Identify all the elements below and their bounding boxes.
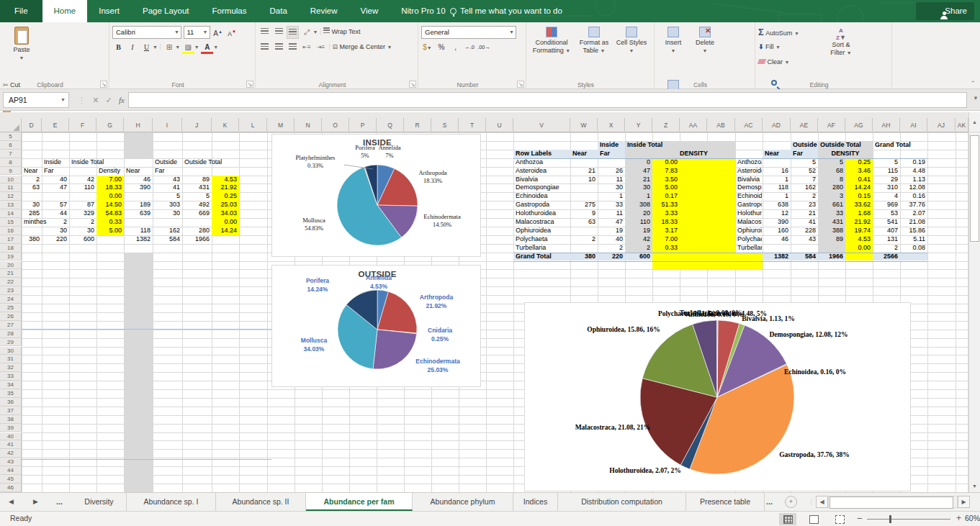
- select-all-corner[interactable]: [0, 118, 22, 132]
- ribbon-tab-formulas[interactable]: Formulas: [201, 0, 259, 22]
- cell[interactable]: 40: [598, 235, 623, 244]
- cell[interactable]: Holothuroidea: [516, 209, 570, 218]
- font-size-select[interactable]: 11▼: [184, 26, 210, 39]
- cell[interactable]: Ophiuroidea: [516, 227, 570, 235]
- cell[interactable]: 308: [625, 201, 650, 209]
- sheet-nav-ellipsis-right[interactable]: ...: [766, 493, 773, 511]
- cell[interactable]: 16: [763, 167, 788, 176]
- cell[interactable]: 407: [873, 227, 898, 235]
- column-header-U[interactable]: U: [486, 118, 513, 132]
- enter-icon[interactable]: ✓: [106, 96, 112, 104]
- row-header-5[interactable]: 5: [0, 132, 22, 141]
- column-header-P[interactable]: P: [349, 118, 377, 132]
- cell[interactable]: 5: [791, 158, 816, 167]
- row-header-7[interactable]: 7: [0, 150, 22, 158]
- scroll-up-button[interactable]: ▲: [969, 112, 980, 132]
- zoom-out-button[interactable]: −: [857, 513, 863, 524]
- cell[interactable]: 7.00: [652, 235, 678, 244]
- pie-chart-grand[interactable]: Anthozoa, 0.19, 0%Asteroidea, 4.48, 5%Bi…: [524, 302, 911, 491]
- cell[interactable]: 3.50: [652, 176, 678, 184]
- align-bottom-button[interactable]: [287, 26, 299, 39]
- ribbon-tab-insert[interactable]: Insert: [87, 0, 131, 22]
- column-header-AE[interactable]: AE: [791, 118, 818, 132]
- cell[interactable]: 4.48: [900, 167, 925, 176]
- underline-button[interactable]: U: [140, 41, 153, 54]
- row-header-39[interactable]: 39: [0, 424, 22, 432]
- cell[interactable]: 492: [182, 201, 210, 209]
- cell[interactable]: 584: [791, 253, 816, 261]
- cell[interactable]: 0.00: [212, 218, 237, 227]
- row-header-12[interactable]: 12: [0, 192, 22, 201]
- cell[interactable]: 33.62: [845, 201, 871, 209]
- row-header-37[interactable]: 37: [0, 407, 22, 415]
- column-header-R[interactable]: R: [404, 118, 431, 132]
- column-header-AK[interactable]: AK: [956, 118, 968, 132]
- cell[interactable]: 9: [570, 209, 595, 218]
- cell[interactable]: 19: [598, 227, 623, 235]
- cell[interactable]: 0.08: [900, 244, 925, 253]
- cell[interactable]: 541: [873, 218, 898, 227]
- cell[interactable]: 21: [791, 209, 816, 218]
- cell[interactable]: 21.92: [845, 218, 871, 227]
- cell[interactable]: 4.53: [845, 235, 871, 244]
- zoom-in-button[interactable]: +: [956, 513, 961, 523]
- cell[interactable]: 310: [873, 183, 898, 192]
- cell[interactable]: 3: [818, 192, 843, 201]
- cell[interactable]: 2: [42, 218, 67, 227]
- row-header-38[interactable]: 38: [0, 415, 22, 424]
- pie-chart-inside[interactable]: INSIDEAnnelida7%Arthropoda18.33%Echinode…: [271, 134, 481, 257]
- cell[interactable]: 12.08: [900, 183, 925, 192]
- sort-filter-button[interactable]: AZ▼ Sort & Filter ▼: [824, 24, 858, 78]
- cell[interactable]: 41: [791, 218, 816, 227]
- fill-color-button[interactable]: ▨: [182, 41, 194, 54]
- cell[interactable]: 11: [598, 176, 623, 184]
- page-break-view-button[interactable]: [831, 513, 848, 525]
- cell[interactable]: 30: [69, 227, 94, 235]
- cell[interactable]: 87: [69, 201, 94, 209]
- row-header-15[interactable]: 15: [0, 218, 22, 227]
- cell[interactable]: Demospongiae: [516, 183, 570, 192]
- horizontal-scrollbar[interactable]: [828, 496, 958, 508]
- share-button[interactable]: Share: [916, 2, 974, 20]
- cell[interactable]: 1: [598, 192, 623, 201]
- row-header-30[interactable]: 30: [0, 347, 22, 355]
- cancel-icon[interactable]: ✕: [92, 96, 99, 104]
- page-layout-view-button[interactable]: [805, 513, 822, 525]
- cell[interactable]: 0.33: [96, 218, 122, 227]
- cell[interactable]: Echinoidea: [737, 192, 762, 201]
- row-header-11[interactable]: 11: [0, 183, 22, 192]
- cell[interactable]: Outside: [793, 141, 817, 150]
- cell[interactable]: 1.68: [845, 209, 871, 218]
- cell[interactable]: 25.03: [212, 201, 237, 209]
- pie-chart-outside[interactable]: OUTSIDEAnnelida4.53%Arthropoda21.92%Cnid…: [271, 265, 481, 387]
- formula-input[interactable]: [128, 92, 967, 108]
- row-header-23[interactable]: 23: [0, 286, 22, 295]
- cell[interactable]: 600: [69, 235, 94, 244]
- cell[interactable]: 43: [791, 235, 816, 244]
- column-header-T[interactable]: T: [459, 118, 486, 132]
- cell[interactable]: 15.86: [900, 227, 925, 235]
- grow-font-button[interactable]: A▲: [212, 26, 224, 39]
- cell[interactable]: 23: [791, 201, 816, 209]
- cell[interactable]: 1: [763, 176, 788, 184]
- column-header-H[interactable]: H: [124, 118, 153, 132]
- cell[interactable]: 5: [153, 192, 180, 201]
- increase-indent-button[interactable]: ⇥≡: [315, 41, 327, 54]
- column-header-AA[interactable]: AA: [680, 118, 707, 132]
- decrease-indent-button[interactable]: ⇤≡: [301, 41, 313, 54]
- align-right-button[interactable]: [287, 41, 299, 54]
- alignment-dialog-launcher[interactable]: ↘: [409, 81, 416, 88]
- cell[interactable]: Bivalvia: [516, 176, 570, 184]
- cell[interactable]: 12: [763, 209, 788, 218]
- cell[interactable]: 30: [625, 183, 650, 192]
- row-header-14[interactable]: 14: [0, 209, 22, 218]
- ribbon-tab-data[interactable]: Data: [259, 0, 299, 22]
- cell[interactable]: 390: [124, 183, 150, 192]
- row-header-6[interactable]: 6: [0, 141, 22, 150]
- row-header-43[interactable]: 43: [0, 458, 22, 466]
- cell[interactable]: Anthozoa: [516, 158, 570, 167]
- zoom-slider-track[interactable]: [867, 519, 950, 520]
- cell[interactable]: 2: [570, 235, 595, 244]
- row-header-46[interactable]: 46: [0, 484, 22, 492]
- merge-center-button[interactable]: ⊟ Merge & Center ▼: [332, 43, 392, 50]
